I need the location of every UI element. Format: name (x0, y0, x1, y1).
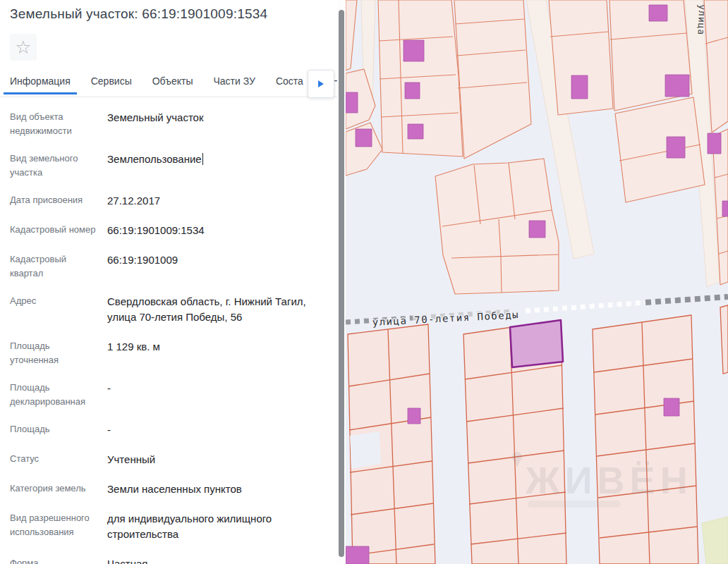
green-area (702, 517, 728, 564)
field-value[interactable]: Землепользование (107, 152, 327, 179)
field-row: Категория земель Земли населенных пункто… (10, 482, 327, 497)
tab-composition[interactable]: Соста (276, 75, 303, 94)
field-label: Форма собственности (10, 556, 107, 564)
field-value: для индивидуального жилищного строительс… (107, 511, 327, 542)
field-value: Земельный участок (107, 110, 327, 137)
field-row: Площадь декларированная - (10, 381, 327, 408)
tab-objects[interactable]: Объекты (152, 75, 193, 94)
field-label: Дата присвоения (10, 193, 107, 209)
field-row: Площадь уточненная 1 129 кв. м (10, 339, 327, 367)
field-row: Вид разрешенного использования для индив… (10, 511, 327, 542)
field-value: 1 129 кв. м (107, 339, 327, 367)
field-label: Статус (10, 452, 107, 467)
star-icon: ☆ (15, 38, 31, 56)
cadastral-viewer-window: Земельный участок: 66:19:1901009:1534 ☆ … (0, 0, 728, 564)
object-info-panel: Земельный участок: 66:19:1901009:1534 ☆ … (0, 0, 337, 564)
field-row: Статус Учтенный (10, 452, 327, 467)
svg-text:ЖИВЁН: ЖИВЁН (525, 459, 693, 501)
field-value: Учтенный (107, 452, 327, 467)
street-name-label: улица 70-летия Победы (372, 309, 519, 328)
scrollbar-thumb[interactable] (339, 10, 344, 557)
tab-scroll-right-button[interactable] (308, 70, 334, 98)
tab-services[interactable]: Сервисы (91, 75, 132, 94)
field-label: Вид земельного участка (10, 152, 107, 179)
page-title: Земельный участок: 66:19:1901009:1534 (10, 6, 327, 22)
field-row: Вид объекта недвижимости Земельный участ… (10, 110, 327, 137)
field-value: - (107, 381, 327, 408)
field-row: Кадастровый квартал 66:19:1901009 (10, 252, 327, 280)
field-label: Площадь (10, 422, 107, 438)
tab-bar: Информация Сервисы Объекты Части ЗУ Сост… (0, 73, 337, 97)
field-label: Кадастровый номер (10, 223, 107, 238)
map-container: улица 70-летия Победы улица ЖИВЁН (346, 0, 728, 564)
panel-scrollbar[interactable] (337, 0, 346, 564)
field-row: Кадастровый номер 66:19:1901009:1534 (10, 223, 327, 238)
field-value: - (107, 422, 327, 438)
field-label: Площадь декларированная (10, 381, 107, 408)
watermark: ЖИВЁН (512, 452, 693, 508)
field-row: Вид земельного участка Землепользование (10, 152, 327, 179)
field-value: 66:19:1901009 (107, 252, 327, 280)
field-label: Вид разрешенного использования (10, 511, 107, 542)
field-value: Земли населенных пунктов (107, 482, 327, 497)
cadastral-map[interactable]: улица 70-летия Победы улица ЖИВЁН (346, 0, 728, 564)
field-label: Адрес (10, 294, 107, 325)
field-value: Частная (107, 556, 327, 564)
field-row: Форма собственности Частная (10, 556, 327, 564)
field-row: Адрес Свердловская область, г. Нижний Та… (10, 294, 327, 325)
field-label: Кадастровый квартал (10, 252, 107, 280)
empty-parcel-notch (350, 431, 381, 469)
field-value: 66:19:1901009:1534 (107, 223, 327, 238)
field-value: Свердловская область, г. Нижний Тагил, у… (107, 294, 327, 325)
field-value: 27.12.2017 (107, 193, 327, 209)
chevron-right-icon (318, 80, 324, 87)
field-label: Площадь уточненная (10, 339, 107, 367)
text-caret (202, 153, 204, 165)
field-row: Площадь - (10, 422, 327, 438)
field-row: Дата присвоения 27.12.2017 (10, 193, 327, 209)
field-label: Вид объекта недвижимости (10, 110, 107, 137)
favorite-button[interactable]: ☆ (10, 34, 37, 61)
field-list: Вид объекта недвижимости Земельный участ… (10, 110, 327, 564)
tab-parcel-parts[interactable]: Части ЗУ (213, 75, 255, 94)
tab-information[interactable]: Информация (10, 75, 71, 94)
side-street-name-label: улица (696, 4, 708, 36)
field-label: Категория земель (10, 482, 107, 497)
selected-parcel[interactable] (510, 320, 563, 367)
